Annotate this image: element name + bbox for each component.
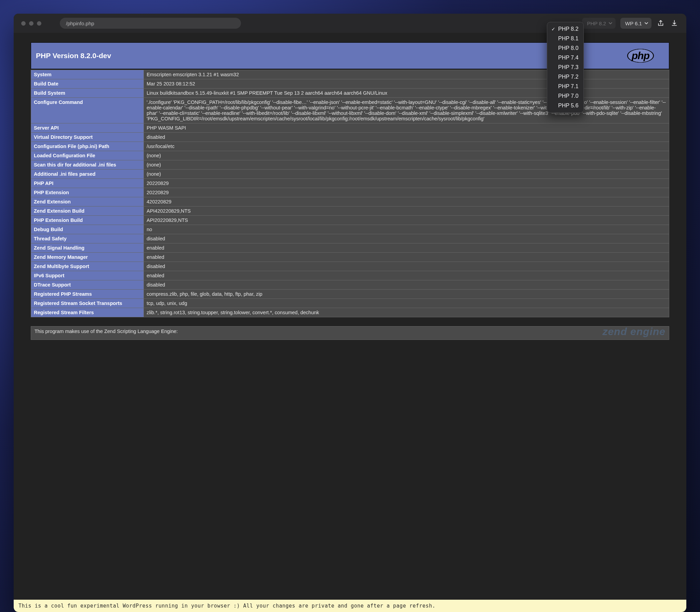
table-row: PHP Extension20220829 (31, 188, 669, 197)
php-version-option[interactable]: PHP 8.0 (547, 43, 583, 53)
table-row: Registered Stream Filterszlib.*, string.… (31, 308, 669, 317)
share-button[interactable] (656, 19, 665, 28)
traffic-minimize-icon[interactable] (29, 21, 33, 26)
chevron-down-icon (608, 21, 613, 26)
url-text: /phpinfo.php (66, 21, 94, 26)
table-row: Loaded Configuration File(none) (31, 151, 669, 160)
php-version-option-label: PHP 7.3 (558, 64, 578, 70)
row-key: Zend Multibyte Support (31, 262, 144, 271)
table-row: Zend Extension BuildAPI420220829,NTS (31, 207, 669, 216)
row-key: Registered Stream Socket Transports (31, 299, 144, 308)
row-value: enabled (144, 253, 669, 262)
row-value: 20220829 (144, 179, 669, 188)
table-row: Zend Extension420220829 (31, 197, 669, 207)
info-banner: This is a cool fun experimental WordPres… (14, 600, 686, 612)
zend-text: This program makes use of the Zend Scrip… (35, 329, 178, 334)
php-version-option[interactable]: PHP 7.1 (547, 82, 583, 91)
row-value: (none) (144, 160, 669, 170)
row-value: disabled (144, 280, 669, 290)
php-version-option-label: PHP 7.0 (558, 93, 578, 99)
row-value: PHP WASM SAPI (144, 123, 669, 133)
row-key: Registered Stream Filters (31, 308, 144, 317)
php-version-option[interactable]: PHP 5.6 (547, 101, 583, 110)
row-key: Additional .ini files parsed (31, 170, 144, 179)
row-key: Server API (31, 123, 144, 133)
php-logo-icon: php (618, 44, 663, 67)
row-key: Virtual Directory Support (31, 133, 144, 142)
row-value: compress.zlib, php, file, glob, data, ht… (144, 290, 669, 299)
traffic-close-icon[interactable] (21, 21, 26, 26)
php-version-option[interactable]: PHP 7.4 (547, 53, 583, 63)
row-value: (none) (144, 170, 669, 179)
url-bar[interactable]: /phpinfo.php (60, 18, 241, 29)
php-version-option[interactable]: PHP 7.2 (547, 72, 583, 82)
table-row: Virtual Directory Supportdisabled (31, 133, 669, 142)
table-row: Zend Multibyte Supportdisabled (31, 262, 669, 271)
page-title: PHP Version 8.2.0-dev (36, 52, 111, 60)
row-key: PHP Extension Build (31, 216, 144, 225)
php-version-option-label: PHP 8.0 (558, 45, 578, 51)
app-window: /phpinfo.php PHP 8.2 WP 6.1 ✓PH (14, 14, 686, 612)
table-row: Configuration File (php.ini) Path/usr/lo… (31, 142, 669, 151)
php-version-option[interactable]: PHP 7.3 (547, 63, 583, 72)
row-value: Emscripten emscripten 3.1.21 #1 wasm32 (144, 70, 669, 79)
row-value: './configure' 'PKG_CONFIG_PATH=/root/lib… (144, 98, 669, 123)
share-icon (657, 19, 664, 27)
row-key: System (31, 70, 144, 79)
php-version-label: PHP 8.2 (587, 21, 606, 26)
row-value: 20220829 (144, 188, 669, 197)
row-key: Loaded Configuration File (31, 151, 144, 160)
row-key: PHP Extension (31, 188, 144, 197)
toolbar: /phpinfo.php PHP 8.2 WP 6.1 ✓PH (14, 14, 686, 33)
row-value: disabled (144, 234, 669, 243)
table-row: DTrace Supportdisabled (31, 280, 669, 290)
table-row: Thread Safetydisabled (31, 234, 669, 243)
banner-text: This is a cool fun experimental WordPres… (18, 603, 435, 609)
download-button[interactable] (670, 19, 679, 28)
table-row: PHP API20220829 (31, 179, 669, 188)
wp-version-dropdown[interactable]: WP 6.1 (620, 18, 651, 29)
table-row: Server APIPHP WASM SAPI (31, 123, 669, 133)
table-row: Registered Stream Socket Transportstcp, … (31, 299, 669, 308)
php-version-option-label: PHP 7.1 (558, 83, 578, 90)
row-value: disabled (144, 262, 669, 271)
row-value: zlib.*, string.rot13, string.toupper, st… (144, 308, 669, 317)
table-row: Scan this dir for additional .ini files(… (31, 160, 669, 170)
table-row: Zend Memory Managerenabled (31, 253, 669, 262)
download-icon (671, 19, 678, 27)
chevron-down-icon (644, 21, 649, 26)
php-version-option-label: PHP 7.2 (558, 74, 578, 80)
zend-credits: This program makes use of the Zend Scrip… (31, 326, 669, 340)
table-row: IPv6 Supportenabled (31, 271, 669, 280)
php-version-option[interactable]: PHP 7.0 (547, 91, 583, 101)
php-version-option-label: PHP 7.4 (558, 55, 578, 61)
row-key: Configure Command (31, 98, 144, 123)
php-version-option[interactable]: PHP 8.1 (547, 34, 583, 43)
row-value: tcp, udp, unix, udg (144, 299, 669, 308)
row-key: Zend Signal Handling (31, 243, 144, 253)
table-row: Debug Buildno (31, 225, 669, 234)
php-version-dropdown[interactable]: PHP 8.2 (582, 18, 616, 29)
row-value: disabled (144, 133, 669, 142)
row-value: API420220829,NTS (144, 207, 669, 216)
row-value: (none) (144, 151, 669, 160)
row-key: Thread Safety (31, 234, 144, 243)
traffic-zoom-icon[interactable] (37, 21, 41, 26)
row-value: API20220829,NTS (144, 216, 669, 225)
row-key: Configuration File (php.ini) Path (31, 142, 144, 151)
row-key: DTrace Support (31, 280, 144, 290)
row-key: Scan this dir for additional .ini files (31, 160, 144, 170)
row-value: 420220829 (144, 197, 669, 207)
content-area[interactable]: PHP Version 8.2.0-dev php SystemEmscript… (14, 33, 686, 600)
php-version-option-label: PHP 5.6 (558, 103, 578, 109)
row-key: Debug Build (31, 225, 144, 234)
row-value: enabled (144, 243, 669, 253)
row-key: Build System (31, 89, 144, 98)
php-version-option-label: PHP 8.1 (558, 36, 578, 42)
table-row: Registered PHP Streamscompress.zlib, php… (31, 290, 669, 299)
row-key: Zend Memory Manager (31, 253, 144, 262)
zend-logo-icon: zend engine (603, 326, 665, 337)
row-key: Registered PHP Streams (31, 290, 144, 299)
table-row: Additional .ini files parsed(none) (31, 170, 669, 179)
php-version-option[interactable]: ✓PHP 8.2 (547, 24, 583, 34)
